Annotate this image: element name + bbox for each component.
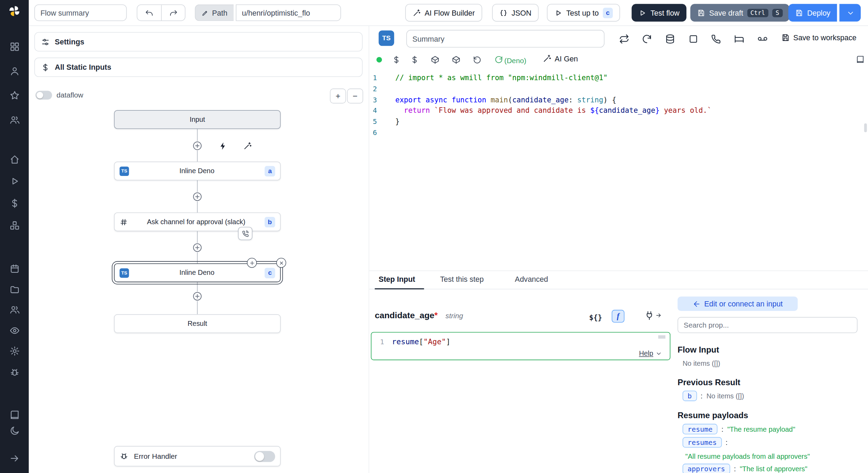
editor-scrollbar[interactable] [864,124,867,133]
insert-expression-button[interactable]: ${} [586,311,605,323]
flow-summary-input[interactable] [34,5,127,21]
test-up-to-label: Test up to [566,9,599,17]
flow-settings-row[interactable]: Settings [34,32,362,51]
path-input[interactable] [236,5,341,21]
trigger-button[interactable] [219,142,228,151]
sidebar-button-groups[interactable] [8,303,21,316]
sidebar-button-apps[interactable] [8,40,21,53]
add-step-button[interactable] [193,243,202,252]
flow-node-input[interactable]: Input [114,110,281,129]
early-stop-button[interactable] [756,33,768,45]
deploy-more-button[interactable] [839,4,861,22]
deploy-button[interactable]: Deploy [788,4,837,22]
code-line[interactable]: 3export async function main(candidate_ag… [369,94,868,105]
code-line[interactable]: 2 [369,83,868,94]
prop-badge-resumes[interactable]: resumes [683,437,722,448]
mock-button[interactable] [687,33,699,45]
delete-step-button[interactable] [276,258,286,268]
input-expression-editor[interactable]: 1 resume["Age"] Help [371,332,670,360]
add-step-button[interactable] [193,192,202,201]
connect-input-button[interactable] [644,310,662,320]
dependencies-button[interactable] [429,54,441,65]
zoom-out-button[interactable]: − [347,88,363,103]
library-button[interactable] [855,54,866,65]
secrets-button[interactable] [409,54,420,65]
retries-button[interactable] [618,33,630,45]
flow-node-step-a[interactable]: TS Inline Deno a [114,162,281,180]
suspend-button[interactable] [710,33,722,45]
save-icon [795,9,803,17]
sidebar-button-expand[interactable] [8,451,21,465]
all-static-inputs-row[interactable]: All Static Inputs [34,58,362,77]
function-mode-toggle[interactable]: f [612,310,625,323]
dataflow-toggle[interactable] [35,91,52,100]
expression-help-link[interactable]: Help [639,350,662,357]
search-prop-input[interactable] [678,317,858,333]
sidebar-button-home[interactable] [8,153,21,166]
code-line[interactable]: 1// import * as wmill from "npm:windmill… [369,73,868,83]
sidebar-button-folders[interactable] [8,283,21,296]
json-button[interactable]: JSON [492,4,539,22]
colon: : [726,438,728,447]
package-button[interactable] [451,54,462,65]
reset-code-button[interactable] [471,54,483,65]
book-icon [9,410,19,420]
sidebar-button-runs[interactable] [8,174,21,187]
eye-icon [9,325,19,336]
sidebar-button-members[interactable] [8,113,21,126]
tab-test-this-step[interactable]: Test this step [440,275,484,283]
expr-code[interactable]: resume["Age"] [384,337,451,346]
prop-badge-approvers[interactable]: approvers [683,464,730,473]
tab-step-input[interactable]: Step Input [379,275,415,283]
prop-badge-b[interactable]: b [683,391,697,401]
ai-flow-builder-button[interactable]: AI Flow Builder [405,4,482,22]
code-line[interactable]: 5} [369,116,868,127]
sidebar-button-workers[interactable] [8,366,21,379]
restart-button[interactable] [641,33,653,45]
suspend-approval-indicator[interactable] [238,227,252,240]
sidebar-button-schedules[interactable] [8,262,21,275]
add-step-button[interactable] [193,141,202,151]
code-lines[interactable]: 1// import * as wmill from "npm:windmill… [369,73,868,138]
variables-button[interactable] [391,54,402,65]
prop-badge-resume[interactable]: resume [683,424,718,434]
sidebar-button-theme[interactable] [8,424,21,437]
sidebar-button-resources[interactable] [8,219,21,232]
undo-button[interactable] [137,5,161,20]
edit-or-connect-button[interactable]: Edit or connect an input [678,297,798,311]
test-flow-button[interactable]: Test flow [632,4,686,22]
sidebar-button-settings[interactable] [8,344,21,357]
tab-advanced[interactable]: Advanced [515,275,548,283]
code-line[interactable]: 6 [369,127,868,138]
runtime-refresh-button[interactable] [493,54,504,65]
save-draft-button[interactable]: Save draft Ctrl S [690,4,789,22]
flow-node-step-c-selected[interactable]: TS Inline Deno c [114,263,281,282]
windmill-logo[interactable] [8,5,21,18]
move-step-handle[interactable] [247,258,257,268]
error-handler-row[interactable]: Error Handler [114,446,281,466]
sleep-button[interactable] [733,33,745,45]
sidebar-button-audit[interactable] [8,324,21,337]
arrow-right-icon [9,453,19,463]
zoom-in-button[interactable]: + [330,88,346,103]
ai-gen-button[interactable]: AI Gen [543,54,578,63]
redo-button[interactable] [161,5,185,20]
sidebar-button-variables[interactable] [8,196,21,210]
ai-step-button[interactable] [243,142,252,151]
flow-node-step-b[interactable]: Ask channel for approval (slack) b [114,212,281,231]
test-up-to-button[interactable]: Test up to c [547,4,620,22]
braces-icon [499,9,508,17]
error-handler-toggle[interactable] [254,451,275,462]
sidebar-button-favorites[interactable] [8,88,21,102]
flow-node-result[interactable]: Result [114,314,281,333]
wand-icon [412,9,421,17]
sidebar-button-docs[interactable] [8,408,21,422]
sidebar-button-user[interactable] [8,64,21,77]
step-summary-input[interactable] [406,30,604,48]
kbd-ctrl: Ctrl [747,9,768,17]
path-button[interactable]: Path [195,5,233,21]
code-line[interactable]: 4 return `Flow was approved and candidat… [369,105,868,116]
save-to-workspace-button[interactable]: Save to workspace [781,33,857,42]
add-step-button[interactable] [193,292,202,301]
cache-button[interactable] [664,33,676,45]
